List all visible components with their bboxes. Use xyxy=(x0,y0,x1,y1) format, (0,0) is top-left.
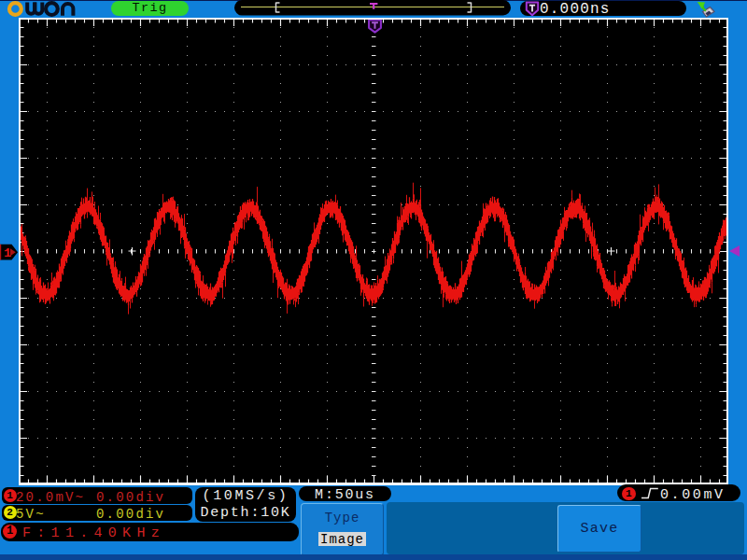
svg-text:1: 1 xyxy=(4,246,11,260)
